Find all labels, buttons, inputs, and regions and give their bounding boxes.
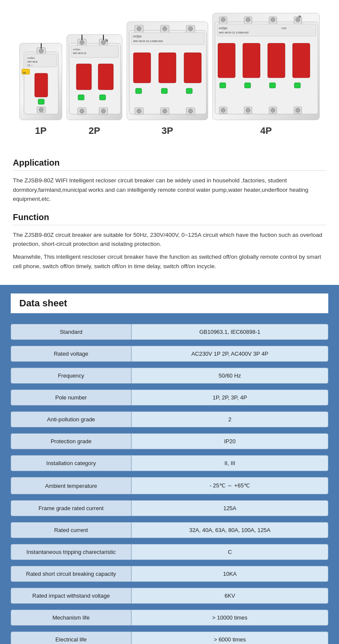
- svg-rect-30: [100, 95, 106, 100]
- spacer-row: [11, 342, 328, 344]
- datasheet-cell-label: Electrical life: [11, 632, 131, 644]
- spacer-row: [11, 386, 328, 387]
- product-label-2p: 2P: [89, 125, 100, 136]
- svg-point-61: [271, 18, 275, 22]
- datasheet-cell-value: 50/60 Hz: [131, 368, 328, 384]
- product-item-4p: N cnZjsc WIFI MCB CE ZJSB9-80Z C65: [212, 13, 320, 136]
- svg-point-74: [221, 108, 225, 112]
- datasheet-row: Anti-pollution grade2: [11, 411, 328, 427]
- application-title: Application: [13, 158, 326, 171]
- product-item-2p: N cnZjsc WIFI MCB CE: [67, 34, 122, 136]
- datasheet-cell-value: - 25℃ ～ +65℃: [131, 477, 328, 494]
- product-image-container: cnZjsc WIFI MCB CE ☆ tag 1P: [9, 13, 330, 141]
- svg-text:cnZjsc: cnZjsc: [27, 57, 35, 59]
- datasheet-cell-label: Mechanism life: [11, 610, 131, 626]
- svg-point-80: [296, 108, 300, 112]
- datasheet-cell-label: Rated current: [11, 522, 131, 538]
- svg-text:CE ☆: CE ☆: [27, 64, 33, 67]
- svg-point-18: [101, 40, 106, 45]
- product-item-3p: cnZjsc WIFI MCB CE ZJSB9-80Z: [127, 21, 208, 136]
- product-box-1p: cnZjsc WIFI MCB CE ☆ tag: [19, 43, 62, 120]
- datasheet-title: Data sheet: [11, 293, 328, 313]
- svg-point-37: [163, 27, 167, 31]
- datasheet-row: Electrical life> 6000 times: [11, 632, 328, 644]
- spacer-row: [11, 496, 328, 498]
- spacer-row: [11, 606, 328, 608]
- datasheet-cell-value: > 10000 times: [131, 610, 328, 626]
- datasheet-row: StandardGB10963.1, IEC60898-1: [11, 324, 328, 340]
- svg-rect-69: [218, 43, 235, 78]
- product-box-4p: N cnZjsc WIFI MCB CE ZJSB9-80Z C65: [212, 13, 320, 120]
- product-item-1p: cnZjsc WIFI MCB CE ☆ tag 1P: [19, 43, 62, 136]
- datasheet-cell-label: Pole number: [11, 390, 131, 405]
- svg-text:WIFI MCB: WIFI MCB: [27, 60, 38, 63]
- svg-rect-53: [161, 88, 167, 94]
- datasheet-cell-value: IP20: [131, 433, 328, 449]
- function-title: Function: [13, 212, 326, 225]
- datasheet-cell-value: II, III: [131, 455, 328, 471]
- svg-text:WIFI MCB  CE  ZJSB9-80Z: WIFI MCB CE ZJSB9-80Z: [133, 40, 163, 42]
- spacer-row: [11, 451, 328, 453]
- datasheet-cell-label: Anti-pollution grade: [11, 411, 131, 427]
- svg-text:cnZjsc: cnZjsc: [219, 27, 228, 30]
- datasheet-cell-label: Installation category: [11, 455, 131, 471]
- datasheet-row: Ambient temperature- 25℃ ～ +65℃: [11, 477, 328, 494]
- svg-rect-72: [293, 43, 310, 78]
- svg-text:tag: tag: [23, 71, 26, 74]
- svg-rect-40: [131, 33, 204, 45]
- svg-point-2: [39, 49, 43, 53]
- svg-point-76: [246, 108, 250, 112]
- datasheet-row: Rated short circuit breaking capacity10K…: [11, 566, 328, 582]
- svg-text:N: N: [299, 15, 301, 18]
- spacer-row: [11, 562, 328, 564]
- datasheet-cell-label: Standard: [11, 324, 131, 340]
- svg-rect-44: [159, 53, 176, 83]
- datasheet-cell-value: 6KV: [131, 588, 328, 604]
- datasheet-cell-value: 10KA: [131, 566, 328, 582]
- datasheet-cell-value: C: [131, 544, 328, 560]
- svg-rect-52: [136, 88, 142, 94]
- datasheet-row: Instantaneous tripping charectaristicC: [11, 544, 328, 560]
- datasheet-cell-value: 1P, 2P, 3P, 4P: [131, 390, 328, 405]
- svg-point-63: [296, 18, 300, 22]
- spacer-row: [11, 540, 328, 542]
- product-label-4p: 4P: [260, 125, 272, 136]
- datasheet-row: Frequency50/60 Hz: [11, 368, 328, 384]
- svg-rect-24: [98, 64, 113, 90]
- spacer-row: [11, 364, 328, 366]
- svg-rect-20: [71, 45, 118, 57]
- svg-rect-23: [76, 64, 91, 90]
- application-text: The ZJSB9-80Z WIFI Intelligent recloser …: [13, 176, 326, 204]
- svg-text:N: N: [106, 39, 108, 42]
- svg-rect-82: [245, 83, 251, 88]
- svg-rect-81: [220, 83, 226, 88]
- svg-rect-43: [133, 53, 151, 83]
- svg-rect-84: [294, 83, 300, 88]
- datasheet-row: Frame grade rated current125A: [11, 500, 328, 516]
- product-image-section: cnZjsc WIFI MCB CE ☆ tag 1P: [0, 0, 339, 149]
- svg-point-49: [163, 109, 167, 113]
- datasheet-row: Installation categoryII, III: [11, 455, 328, 471]
- svg-point-47: [137, 109, 141, 113]
- svg-rect-54: [186, 88, 192, 94]
- datasheet-cell-label: Frequency: [11, 368, 131, 384]
- product-box-3p: cnZjsc WIFI MCB CE ZJSB9-80Z: [127, 21, 208, 120]
- datasheet-cell-value: 125A: [131, 500, 328, 516]
- svg-point-16: [80, 40, 84, 45]
- datasheet-row: Rated current32A, 40A, 63A, 80A, 100A, 1…: [11, 522, 328, 538]
- svg-rect-70: [243, 43, 260, 78]
- svg-text:cnZjsc: cnZjsc: [73, 48, 80, 51]
- datasheet-cell-value: 2: [131, 411, 328, 427]
- svg-point-39: [188, 27, 193, 31]
- svg-rect-45: [184, 53, 201, 83]
- svg-point-35: [137, 27, 141, 31]
- svg-rect-10: [38, 99, 44, 104]
- datasheet-cell-label: Rated short circuit breaking capacity: [11, 566, 131, 582]
- svg-text:WIFI MCB  CE: WIFI MCB CE: [73, 52, 87, 54]
- product-box-2p: N cnZjsc WIFI MCB CE: [67, 34, 122, 120]
- svg-point-26: [80, 109, 84, 113]
- svg-rect-83: [269, 83, 275, 88]
- svg-point-28: [101, 109, 106, 113]
- svg-rect-65: [217, 24, 316, 36]
- product-label-1p: 1P: [35, 125, 47, 136]
